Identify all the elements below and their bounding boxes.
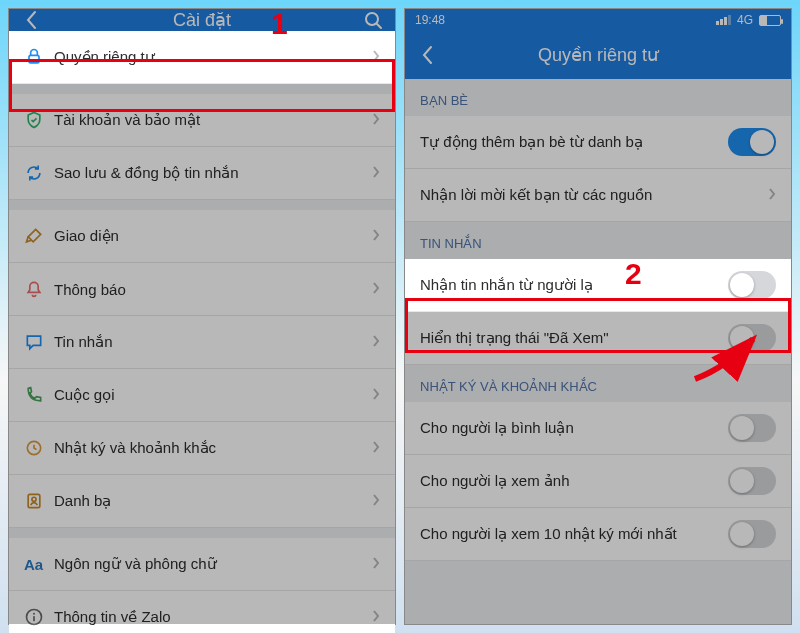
row-label: Giao diện <box>54 227 372 245</box>
row-label: Tự động thêm bạn bè từ danh bạ <box>420 133 728 151</box>
chevron-right-icon <box>768 187 776 204</box>
privacy-row[interactable]: Hiển thị trạng thái "Đã Xem" <box>405 312 791 365</box>
settings-row-lock[interactable]: Quyền riêng tư <box>9 31 395 84</box>
settings-row-clock[interactable]: Nhật ký và khoảnh khắc <box>9 422 395 475</box>
chevron-left-icon <box>421 45 433 65</box>
brush-icon <box>24 226 54 246</box>
toggle-switch[interactable] <box>728 271 776 299</box>
row-label: Thông tin về Zalo <box>54 608 372 626</box>
privacy-row[interactable]: Cho người lạ xem 10 nhật ký mới nhất <box>405 508 791 561</box>
row-label: Nhận lời mời kết bạn từ các nguồn <box>420 186 768 204</box>
chevron-left-icon <box>25 10 37 30</box>
toggle-switch[interactable] <box>728 467 776 495</box>
bell-icon <box>24 279 54 299</box>
chevron-right-icon <box>372 556 380 573</box>
font-icon: Aa <box>24 556 54 573</box>
row-label: Nhật ký và khoảnh khắc <box>54 439 372 457</box>
page-title: Cài đặt <box>53 9 351 31</box>
settings-row-brush[interactable]: Giao diện <box>9 210 395 263</box>
settings-row-message[interactable]: Tin nhắn <box>9 316 395 369</box>
chevron-right-icon <box>372 334 380 351</box>
chevron-right-icon <box>372 49 380 66</box>
settings-row-shield[interactable]: Tài khoản và bảo mật <box>9 94 395 147</box>
svg-rect-8 <box>33 616 35 621</box>
row-label: Danh bạ <box>54 492 372 510</box>
row-label: Cuộc gọi <box>54 386 372 404</box>
svg-rect-2 <box>29 55 39 63</box>
chevron-right-icon <box>372 165 380 182</box>
chevron-right-icon <box>372 228 380 245</box>
chevron-right-icon <box>372 281 380 298</box>
row-label: Quyền riêng tư <box>54 48 372 66</box>
row-label: Cho người lạ xem ảnh <box>420 472 728 490</box>
privacy-row[interactable]: Cho người lạ bình luận <box>405 402 791 455</box>
row-label: Cho người lạ bình luận <box>420 419 728 437</box>
phone-icon <box>24 385 54 405</box>
search-icon <box>363 10 383 30</box>
svg-point-7 <box>33 613 35 615</box>
back-button[interactable] <box>9 10 53 30</box>
status-bar: 19:48 4G <box>405 9 791 31</box>
sync-icon <box>24 163 54 183</box>
message-icon <box>24 332 54 352</box>
settings-row-bell[interactable]: Thông báo <box>9 263 395 316</box>
lock-icon <box>24 47 54 67</box>
row-label: Hiển thị trạng thái "Đã Xem" <box>420 329 728 347</box>
settings-list: Quyền riêng tưTài khoản và bảo mậtSao lư… <box>9 31 395 633</box>
header: Quyền riêng tư <box>405 31 791 79</box>
status-time: 19:48 <box>415 13 445 27</box>
section-title-messages: TIN NHẮN <box>405 222 791 259</box>
page-title: Quyền riêng tư <box>449 44 747 66</box>
privacy-row[interactable]: Tự động thêm bạn bè từ danh bạ <box>405 116 791 169</box>
row-label: Ngôn ngữ và phông chữ <box>54 555 372 573</box>
chevron-right-icon <box>372 387 380 404</box>
row-label: Sao lưu & đồng bộ tin nhắn <box>54 164 372 182</box>
search-button[interactable] <box>351 10 395 30</box>
toggle-switch[interactable] <box>728 520 776 548</box>
chevron-right-icon <box>372 440 380 457</box>
privacy-row[interactable]: Cho người lạ xem ảnh <box>405 455 791 508</box>
toggle-switch[interactable] <box>728 324 776 352</box>
section-title-diary: NHẬT KÝ VÀ KHOẢNH KHẮC <box>405 365 791 402</box>
settings-row-info[interactable]: Thông tin về Zalo <box>9 591 395 633</box>
network-label: 4G <box>737 13 753 27</box>
chevron-right-icon <box>372 609 380 626</box>
privacy-row[interactable]: Nhận lời mời kết bạn từ các nguồn <box>405 169 791 222</box>
battery-icon <box>759 15 781 26</box>
chevron-right-icon <box>372 493 380 510</box>
svg-line-1 <box>377 24 381 28</box>
svg-point-0 <box>366 13 378 25</box>
info-icon <box>24 607 54 627</box>
back-button[interactable] <box>405 45 449 65</box>
row-label: Cho người lạ xem 10 nhật ký mới nhất <box>420 525 728 543</box>
settings-screen: Cài đặt 1 Quyền riêng tưTài khoản và bảo… <box>8 8 396 625</box>
row-label: Thông báo <box>54 281 372 298</box>
toggle-switch[interactable] <box>728 128 776 156</box>
clock-icon <box>24 438 54 458</box>
shield-icon <box>24 110 54 130</box>
header: Cài đặt <box>9 9 395 31</box>
privacy-screen: 19:48 4G Quyền riêng tư 2 BẠN BÈTự động … <box>404 8 792 625</box>
status-right: 4G <box>716 13 781 27</box>
row-label: Tài khoản và bảo mật <box>54 111 372 129</box>
signal-icon <box>716 15 731 25</box>
section-title-friends: BẠN BÈ <box>405 79 791 116</box>
settings-row-phone[interactable]: Cuộc gọi <box>9 369 395 422</box>
privacy-row[interactable]: Nhận tin nhắn từ người lạ <box>405 259 791 312</box>
row-label: Tin nhắn <box>54 333 372 351</box>
settings-row-font[interactable]: AaNgôn ngữ và phông chữ <box>9 538 395 591</box>
privacy-body: BẠN BÈTự động thêm bạn bè từ danh bạNhận… <box>405 79 791 561</box>
toggle-switch[interactable] <box>728 414 776 442</box>
settings-row-contacts[interactable]: Danh bạ <box>9 475 395 528</box>
contacts-icon <box>24 491 54 511</box>
chevron-right-icon <box>372 112 380 129</box>
row-label: Nhận tin nhắn từ người lạ <box>420 276 728 294</box>
settings-row-sync[interactable]: Sao lưu & đồng bộ tin nhắn <box>9 147 395 200</box>
svg-point-5 <box>32 497 36 501</box>
